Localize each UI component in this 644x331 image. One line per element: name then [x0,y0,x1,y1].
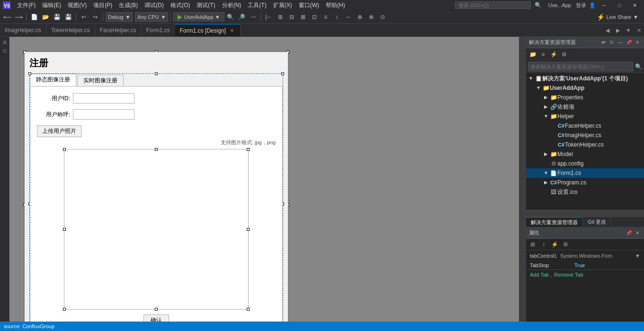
toolbar-save-btn[interactable]: 💾 [52,12,62,22]
expand-project[interactable]: ▼ [535,83,542,93]
toolbar-btn-e[interactable]: ⊡ [309,12,320,22]
live-share-btn[interactable]: ⚡ Live Share ▼ [593,13,642,21]
tree-deps[interactable]: ▶ 🔗 依赖项 [526,102,644,112]
props-btn-event[interactable]: ⚙ [561,240,570,249]
toolbar-back-btn[interactable]: ⟵ [2,12,12,22]
toolbar-new-btn[interactable]: 📄 [29,12,39,22]
props-dropdown-arrow[interactable]: ▼ [635,253,640,259]
props-close-btn[interactable]: ✕ [634,229,641,237]
panel-collapse-btn[interactable]: — [617,39,624,46]
menu-debug[interactable]: 调试(D) [142,1,167,9]
menu-window[interactable]: 窗口(W) [296,1,322,9]
tree-model[interactable]: ▶ 📁 Model [526,149,644,159]
menu-analyze[interactable]: 分析(N) [219,1,244,9]
tab-form1design-close[interactable]: ✕ [229,27,235,34]
props-btn-grid[interactable]: ⊞ [528,240,537,249]
title-search-input[interactable] [455,1,531,9]
toolbar-btn-find2[interactable]: 🔎 [237,12,247,22]
tab-git-changes[interactable]: Git 更改 [583,217,611,227]
canvas-scroll[interactable]: 注册 静态图 [9,37,526,331]
menu-format[interactable]: 格式(O) [168,1,193,9]
toolbar-redo-btn[interactable]: ↪ [90,12,100,22]
panel-sync-btn[interactable]: ⇄ [599,39,607,46]
form-tab-realtime[interactable]: 实时图像注册 [77,75,124,86]
expand-form1cs[interactable]: ▼ [542,168,550,178]
tab-form1design[interactable]: Form1.cs [Design] ✕ [175,24,240,36]
toolbar-open-btn[interactable]: 📂 [40,12,51,22]
menu-file[interactable]: 文件(F) [14,1,38,9]
tree-hscrollbar[interactable] [526,210,644,217]
menu-test[interactable]: 测试(T) [194,1,218,9]
run-button[interactable]: ▶ UserAddApp ▼ [173,12,224,21]
tree-facehelper[interactable]: C# FaceHelper.cs [526,121,644,131]
tab-scroll-right[interactable]: ▶ [613,24,623,36]
toolbar-btn-h[interactable]: ↔ [343,12,354,22]
tree-programcs[interactable]: ▶ C# Program.cs [526,178,644,187]
expand-deps[interactable]: ▶ [542,102,550,112]
tree-tokenhelper[interactable]: C# TokenHelper.cs [526,140,644,149]
tree-solution-root[interactable]: ▼ 📋 解决方案'UserAddApp'(1 个项目) [526,74,644,83]
tab-facehelper[interactable]: FaceHelper.cs [95,24,142,36]
tab-scroll-left[interactable]: ◀ [602,24,613,36]
props-btn-filter[interactable]: ⚡ [550,240,559,249]
menu-edit[interactable]: 编辑(E) [39,1,64,9]
toolbar-btn-f[interactable]: ≡ [321,12,331,22]
tree-settings-ico[interactable]: 🖼 设置.ico [526,187,644,197]
toolbar-btn-more[interactable]: ⋯ [248,12,259,22]
tab-dropdown[interactable]: ▼ [623,24,634,36]
toolbar-btn-c[interactable]: ⊟ [286,12,297,22]
form-tab-control[interactable]: 静态图像注册 实时图像注册 用户ID: [29,73,283,331]
close-btn[interactable]: ✕ [628,0,641,10]
expand-solution[interactable]: ▼ [527,74,535,83]
upload-btn[interactable]: 上传用户照片 [37,125,81,137]
toolbar-settings[interactable]: ⚙ [559,50,569,59]
toolbar-pending-changes[interactable]: ≡ [538,50,548,59]
tree-appconfig[interactable]: ⚙ app.config [526,159,644,168]
tab-close-all[interactable]: ✕ [634,24,644,36]
username-input[interactable] [73,109,134,120]
solution-search-input[interactable] [528,62,633,71]
props-btn-sort[interactable]: ↕ [539,240,548,249]
tab-tokenhelper[interactable]: TokenHelper.cs [46,24,95,36]
menu-view[interactable]: 视图(V) [65,1,89,9]
tree-form1cs[interactable]: ▼ 📄 Form1.cs [526,168,644,178]
tree-project[interactable]: ▼ 📁 UserAddApp [526,83,644,93]
menu-tools[interactable]: 工具(T) [245,1,269,9]
toolbar-filter[interactable]: ⚡ [549,50,558,59]
debug-mode-dropdown[interactable]: Debug ▼ [106,12,133,22]
toolbar-fwd-btn[interactable]: ⟶ [13,12,24,22]
add-tab-link[interactable]: Add Tab [530,272,549,278]
toolbar-btn-i[interactable]: ⊕ [355,12,365,22]
platform-dropdown[interactable]: Any CPU ▼ [135,12,168,22]
userid-input[interactable] [73,93,134,104]
menu-project[interactable]: 项目(P) [90,1,115,9]
expand-programcs[interactable]: ▶ [542,178,550,187]
tree-helper[interactable]: ▼ 📁 Helper [526,112,644,121]
form-tab-static[interactable]: 静态图像注册 [30,74,76,86]
props-pin-btn[interactable]: 📌 [625,229,633,237]
toolbar-undo-btn[interactable]: ↩ [79,12,89,22]
canvas-vscrollbar[interactable] [519,37,526,331]
toolbar-btn-find[interactable]: 🔍 [225,12,236,22]
panel-pin-btn[interactable]: 📌 [625,39,633,46]
menu-extensions[interactable]: 扩展(X) [270,1,295,9]
toolbar-saveall-btn[interactable]: 💾 [63,12,73,22]
panel-refresh-btn[interactable]: ↻ [608,39,616,46]
menu-help[interactable]: 帮助(H) [323,1,348,9]
toolbar-btn-j[interactable]: ⊗ [366,12,376,22]
tree-imaghelper[interactable]: C# ImagHelper.cs [526,131,644,140]
tab-form1cs[interactable]: Form1.cs [141,24,175,36]
expand-helper[interactable]: ▼ [542,112,550,121]
toolbar-btn-k[interactable]: ⊙ [377,12,388,22]
menu-build[interactable]: 生成(B) [116,1,141,9]
tab-imaghelper[interactable]: ImagHelper.cs [0,24,46,36]
minimize-btn[interactable]: ─ [598,0,611,10]
remove-tab-link[interactable]: Remove Tab [554,272,583,278]
tree-properties[interactable]: ▶ 📁 Properties [526,93,644,102]
restore-btn[interactable]: □ [613,0,626,10]
toolbar-btn-a[interactable]: |← [264,12,274,22]
toolbar-btn-d[interactable]: ⊠ [298,12,308,22]
login-btn[interactable]: 登录 [576,2,586,9]
toolbar-show-all[interactable]: 📁 [528,50,537,59]
expand-properties[interactable]: ▶ [542,93,550,102]
